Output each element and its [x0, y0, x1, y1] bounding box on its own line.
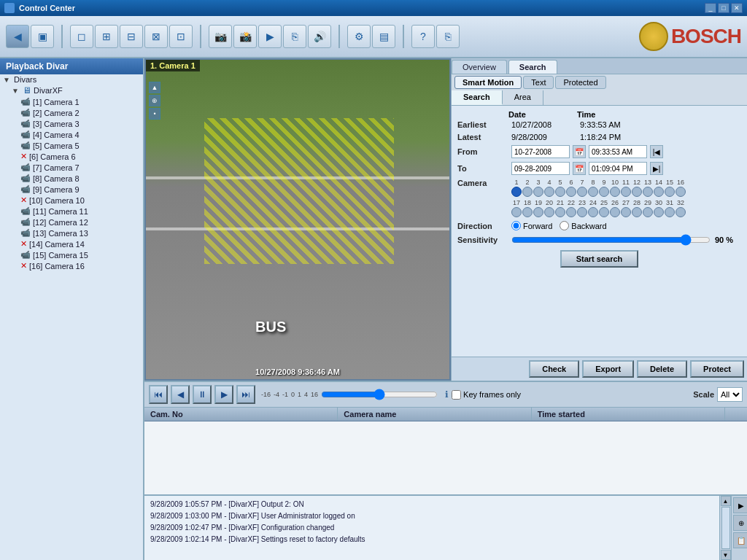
key-frames-checkbox[interactable] — [452, 390, 461, 400]
rewind-button[interactable]: ◀ — [171, 385, 190, 404]
check-button[interactable]: Check — [529, 360, 579, 378]
cam-dot-2[interactable] — [522, 187, 533, 197]
forward-radio-item[interactable]: Forward — [511, 221, 552, 230]
log-btn-1[interactable]: ▶ — [733, 497, 747, 513]
scale-select[interactable]: All 1x 2x 4x — [717, 387, 743, 402]
tb-grid9-button[interactable]: ⊟ — [120, 25, 143, 48]
log-scroll-up[interactable]: ▲ — [721, 496, 731, 506]
cam-dot-24[interactable] — [588, 207, 598, 217]
close-button[interactable]: ✕ — [731, 3, 743, 13]
cam-dot-12[interactable] — [632, 187, 642, 197]
skip-fwd-button[interactable]: ⏭ — [236, 385, 255, 404]
cam-dot-5[interactable] — [555, 187, 565, 197]
cam-dot-6[interactable] — [566, 187, 576, 197]
sidebar-item-cam5[interactable]: 📹 [5] Camera 5 — [0, 140, 143, 151]
tb-view-button[interactable]: ▣ — [31, 25, 54, 48]
cam-dot-23[interactable] — [577, 207, 587, 217]
subtab-smart-motion[interactable]: Smart Motion — [454, 76, 522, 89]
cam-dot-25[interactable] — [599, 207, 609, 217]
cam-dot-26[interactable] — [610, 207, 620, 217]
minimize-button[interactable]: _ — [705, 3, 716, 13]
cam-dot-28[interactable] — [632, 207, 642, 217]
to-date-input[interactable] — [511, 162, 570, 175]
tab-search[interactable]: Search — [508, 60, 557, 74]
cam-dot-11[interactable] — [621, 187, 631, 197]
cam-dot-3[interactable] — [533, 187, 543, 197]
sidebar-item-cam15[interactable]: 📹 [15] Camera 15 — [0, 249, 143, 260]
search-form-tab-search[interactable]: Search — [452, 90, 503, 105]
tb-settings-button[interactable]: ⚙ — [347, 25, 371, 48]
sensitivity-slider[interactable] — [511, 234, 711, 246]
sidebar-item-cam1[interactable]: 📹 [1] Camera 1 — [0, 96, 143, 107]
sidebar-item-cam16[interactable]: ✕ [16] Camera 16 — [0, 260, 143, 271]
delete-button[interactable]: Delete — [637, 360, 687, 378]
sidebar-item-cam7[interactable]: 📹 [7] Camera 7 — [0, 162, 143, 173]
tb-snapshot-button[interactable]: 📸 — [233, 25, 257, 48]
tb-help-button[interactable]: ? — [411, 25, 435, 48]
log-btn-3[interactable]: 📋 — [733, 532, 747, 548]
subtab-text[interactable]: Text — [523, 76, 554, 89]
pause-button[interactable]: ⏸ — [193, 385, 212, 404]
from-jump-button[interactable]: |◀ — [650, 145, 663, 158]
sidebar-item-cam9[interactable]: 📹 [9] Camera 9 — [0, 184, 143, 195]
sidebar-item-cam6[interactable]: ✕ [6] Camera 6 — [0, 151, 143, 162]
tb-audio-button[interactable]: 🔊 — [308, 25, 331, 48]
cam-dot-16[interactable] — [676, 187, 686, 197]
cam-dot-18[interactable] — [522, 207, 533, 217]
ptz-dot[interactable]: • — [149, 108, 160, 120]
subtab-protected[interactable]: Protected — [555, 76, 605, 89]
from-calendar-button[interactable]: 📅 — [573, 145, 586, 158]
tb-play-button[interactable]: ▶ — [258, 25, 282, 48]
sidebar-item-cam11[interactable]: 📹 [11] Camera 11 — [0, 206, 143, 217]
tab-overview[interactable]: Overview — [452, 60, 507, 74]
sidebar-item-cam14[interactable]: ✕ [14] Camera 14 — [0, 238, 143, 249]
cam-dot-21[interactable] — [555, 207, 565, 217]
from-time-input[interactable] — [589, 145, 647, 158]
forward-radio[interactable] — [511, 221, 521, 230]
tb-copy-button[interactable]: ⎘ — [283, 25, 306, 48]
from-date-input[interactable] — [511, 145, 570, 158]
cam-dot-14[interactable] — [654, 187, 664, 197]
tb-single-button[interactable]: ◻ — [70, 25, 93, 48]
log-scroll-down[interactable]: ▼ — [721, 550, 731, 560]
cam-dot-4[interactable] — [544, 187, 554, 197]
cam-dot-15[interactable] — [665, 187, 675, 197]
play-fwd-button[interactable]: ▶ — [214, 385, 233, 404]
cam-dot-8[interactable] — [588, 187, 598, 197]
protect-button[interactable]: Protect — [690, 360, 744, 378]
to-jump-button[interactable]: ▶| — [650, 162, 663, 175]
search-form-tab-area[interactable]: Area — [503, 90, 543, 105]
cam-dot-27[interactable] — [621, 207, 631, 217]
sidebar-item-cam8[interactable]: 📹 [8] Camera 8 — [0, 173, 143, 184]
export-button[interactable]: Export — [582, 360, 634, 378]
tb-config-button[interactable]: ▤ — [372, 25, 395, 48]
cam-dot-29[interactable] — [643, 207, 653, 217]
tb-back-button[interactable]: ◀ — [6, 25, 29, 48]
cam-dot-31[interactable] — [665, 207, 675, 217]
speed-slider[interactable] — [321, 389, 438, 400]
cam-dot-20[interactable] — [544, 207, 554, 217]
tb-quad-button[interactable]: ⊞ — [95, 25, 118, 48]
cam-dot-17[interactable] — [511, 207, 522, 217]
maximize-button[interactable]: □ — [718, 3, 729, 13]
sidebar-item-cam3[interactable]: 📹 [3] Camera 3 — [0, 118, 143, 129]
sidebar-item-cam10[interactable]: ✕ [10] Camera 10 — [0, 195, 143, 206]
cam-dot-10[interactable] — [610, 187, 620, 197]
cam-dot-13[interactable] — [643, 187, 653, 197]
sidebar-item-cam12[interactable]: 📹 [12] Camera 12 — [0, 217, 143, 228]
sidebar-item-divars[interactable]: ▼ Divars — [0, 74, 143, 85]
to-time-input[interactable] — [589, 162, 647, 175]
skip-back-button[interactable]: ⏮ — [149, 385, 168, 404]
to-calendar-button[interactable]: 📅 — [573, 162, 586, 175]
ptz-up[interactable]: ▲ — [149, 82, 160, 93]
tb-grid16-button[interactable]: ⊠ — [144, 25, 168, 48]
cam-dot-19[interactable] — [533, 207, 543, 217]
sidebar-item-cam13[interactable]: 📹 [13] Camera 13 — [0, 228, 143, 238]
log-btn-2[interactable]: ⊕ — [733, 515, 747, 531]
tb-exit-button[interactable]: ⎘ — [436, 25, 460, 48]
tb-cam-button[interactable]: 📷 — [209, 25, 232, 48]
sidebar-item-divarxf[interactable]: ▼ 🖥 DivarXF — [0, 85, 143, 96]
sidebar-item-cam4[interactable]: 📹 [4] Camera 4 — [0, 129, 143, 140]
key-frames-checkbox-label[interactable]: Key frames only — [452, 390, 521, 400]
backward-radio-item[interactable]: Backward — [560, 221, 606, 230]
